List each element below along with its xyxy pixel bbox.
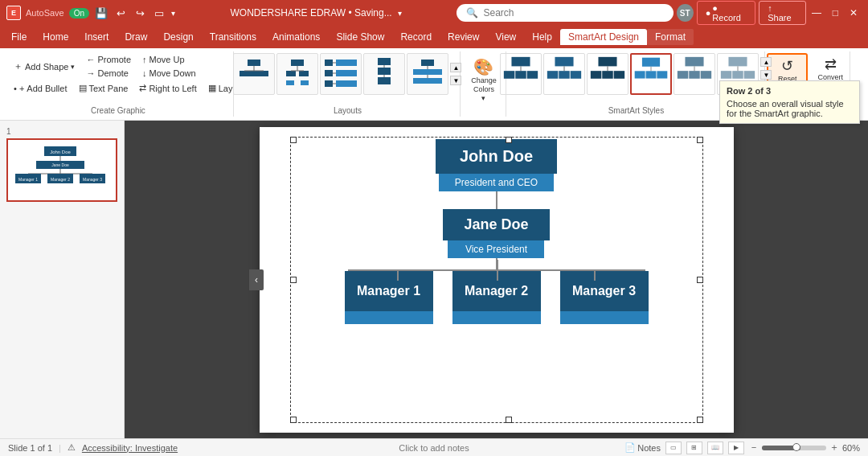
svg-rect-57 [729,57,747,67]
style-thumb-4[interactable] [630,53,672,95]
handle-ml[interactable] [290,277,297,283]
style-thumb-1[interactable] [500,53,542,95]
menu-transitions[interactable]: Transitions [202,29,264,45]
menu-record[interactable]: Record [392,29,440,45]
menu-smartart-design[interactable]: SmartArt Design [560,29,647,45]
svg-rect-29 [413,69,442,75]
handle-tm[interactable] [506,137,512,143]
text-pane-icon: ▤ [79,83,87,93]
slide-number: 1 [6,127,117,136]
zoom-slider[interactable] [762,446,826,450]
status-bar: Slide 1 of 1 | ⚠ Accessibility: Investig… [0,438,868,456]
change-colors-button[interactable]: 🎨 ChangeColors ▾ [467,55,501,105]
svg-rect-61 [744,71,755,79]
save-icon[interactable]: 💾 [94,6,108,20]
move-up-button[interactable]: ↑ Move Up [138,53,200,66]
svg-rect-15 [325,80,333,87]
manager1-wrapper: Manager 1 [345,271,433,311]
panel-collapse-button[interactable]: ‹ [249,269,264,290]
handle-br[interactable] [697,417,703,423]
layout-thumb-5[interactable] [407,53,448,95]
zoom-in-btn[interactable]: ＋ [829,441,839,454]
menu-design[interactable]: Design [155,29,201,45]
handle-mr[interactable] [697,277,703,283]
search-input[interactable] [483,7,663,18]
demote-arrow-icon: → [86,68,95,78]
notes-button[interactable]: 📄 Notes [624,442,661,453]
app-title: WONDERSHARE EDRAW • Saving... ▾ [175,7,457,18]
title-bar-right: 🔍 ST ● ● Record ↑ Share — □ ✕ [457,1,862,25]
menu-review[interactable]: Review [440,29,487,45]
layout-thumb-3[interactable] [320,53,362,95]
svg-rect-41 [571,71,581,79]
menu-format[interactable]: Format [647,29,694,45]
slide-thumbnail[interactable]: John Doe Jane Doe Manager 1 Manager 2 Ma… [6,138,117,202]
style-thumb-5[interactable] [674,53,715,95]
menu-file[interactable]: File [3,29,35,45]
styles-scroll-up[interactable]: ▲ [760,57,772,67]
record-icon: ● [706,8,711,18]
zoom-out-btn[interactable]: － [749,441,759,454]
menu-animations[interactable]: Animations [264,29,328,45]
layout-thumb-2[interactable] [276,53,318,95]
svg-rect-35 [516,71,526,79]
menu-draw[interactable]: Draw [117,29,155,45]
menu-insert[interactable]: Insert [76,29,117,45]
redo-icon[interactable]: ↪ [133,6,147,20]
menu-home[interactable]: Home [35,29,76,45]
close-button[interactable]: ✕ [846,5,862,21]
menu-view[interactable]: View [487,29,524,45]
view-slide-sorter-btn[interactable]: ⊞ [686,442,702,454]
view-presenter-btn[interactable]: ▶ [728,442,744,454]
view-reading-btn[interactable]: 📖 [707,442,723,454]
minimize-button[interactable]: — [809,5,825,21]
view-normal-btn[interactable]: ▭ [665,442,682,454]
move-down-button[interactable]: ↓ Move Down [138,67,200,80]
status-bar-right: 📄 Notes ▭ ⊞ 📖 ▶ － ＋ 60% [624,441,860,454]
record-button[interactable]: ● ● Record [697,1,756,25]
add-notes-text[interactable]: Click to add notes [399,443,469,453]
promote-button[interactable]: ← Promote [82,53,135,66]
svg-rect-39 [547,71,558,79]
text-pane-button[interactable]: ▤ Text Pane [75,81,133,95]
menu-bar: File Home Insert Draw Design Transitions… [0,26,868,48]
add-shape-button[interactable]: ＋ Add Shape ▾ [10,59,79,74]
present-icon[interactable]: ▭ [152,6,166,20]
move-up-icon: ↑ [142,55,147,64]
undo-icon[interactable]: ↩ [113,6,128,20]
layouts-grid: ▲ ▼ [233,53,461,95]
handle-tr[interactable] [697,137,703,143]
zoom-handle[interactable] [792,443,800,451]
vp-name-node[interactable]: Jane Doe [443,209,549,240]
right-to-left-button[interactable]: ⇄ Right to Left [135,81,200,95]
layouts-scroll-up[interactable]: ▲ [450,63,461,72]
handle-tl[interactable] [290,137,297,143]
manager3-node[interactable]: Manager 3 [560,271,649,311]
layout-thumb-4[interactable] [363,53,405,95]
ceo-name-node[interactable]: John Doe [436,139,557,174]
vp-title-node: Vice President [448,240,544,258]
add-bullet-button[interactable]: • + Add Bullet [10,82,72,95]
share-button[interactable]: ↑ Share [759,1,805,25]
maximize-button[interactable]: □ [828,5,843,21]
demote-button[interactable]: → Demote [82,67,135,80]
convert-icon: ⇄ [825,55,837,73]
layouts-scroll-down[interactable]: ▼ [450,76,461,85]
menu-help[interactable]: Help [524,29,560,45]
search-box[interactable]: 🔍 [457,4,673,22]
handle-bl[interactable] [290,417,297,423]
style-thumb-2[interactable] [543,53,585,95]
layout-thumb-1[interactable] [233,53,275,95]
handle-bm[interactable] [506,417,512,423]
change-colors-dropdown-icon: ▾ [481,94,485,102]
svg-rect-19 [336,60,357,66]
svg-rect-32 [512,57,530,67]
menu-slideshow[interactable]: Slide Show [328,29,392,45]
style-thumb-3[interactable] [587,53,628,95]
autosave-toggle[interactable]: On [69,8,89,18]
tooltip-title: Row 2 of 3 [727,86,853,96]
manager1-node[interactable]: Manager 1 [345,271,433,311]
accessibility-text[interactable]: Accessibility: Investigate [82,443,178,453]
smartart-styles-label: SmartArt Styles [608,105,664,115]
styles-scroll-down[interactable]: ▼ [760,70,772,80]
